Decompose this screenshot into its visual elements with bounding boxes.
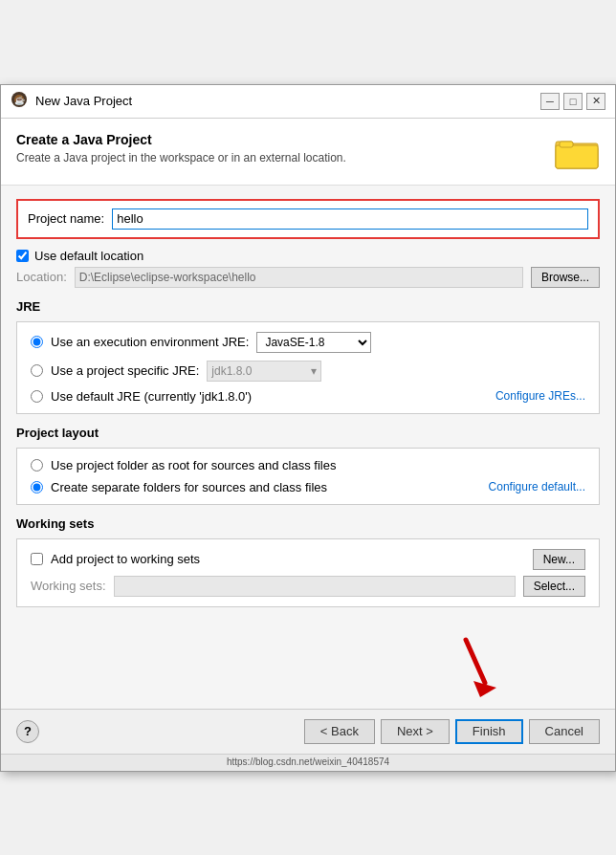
project-layout-box: Use project folder as root for sources a… bbox=[16, 448, 600, 505]
jre-default-radio[interactable] bbox=[31, 390, 43, 403]
finish-button[interactable]: Finish bbox=[455, 719, 523, 744]
title-bar: ☕ New Java Project ─ □ ✕ bbox=[1, 85, 615, 119]
new-java-project-dialog: ☕ New Java Project ─ □ ✕ Create a Java P… bbox=[0, 84, 616, 772]
spacer-area bbox=[16, 619, 600, 695]
jre-section-label: JRE bbox=[16, 299, 600, 314]
browse-button[interactable]: Browse... bbox=[531, 267, 600, 288]
jre-env-label[interactable]: Use an execution environment JRE: bbox=[51, 335, 249, 349]
project-name-input[interactable] bbox=[112, 208, 588, 230]
configure-default-link[interactable]: Configure default... bbox=[489, 480, 585, 493]
dialog-description: Create a Java project in the workspace o… bbox=[16, 151, 346, 164]
title-bar-icon: ☕ bbox=[11, 91, 28, 112]
layout-option1-row: Use project folder as root for sources a… bbox=[31, 458, 585, 472]
dialog-body: Project name: Use default location Locat… bbox=[1, 186, 615, 709]
new-working-set-button[interactable]: New... bbox=[533, 549, 585, 570]
jre-option1-content: Use an execution environment JRE: JavaSE… bbox=[31, 332, 585, 353]
jre-option2-row: Use a project specific JRE: jdk1.8.0 ▾ bbox=[31, 361, 585, 382]
jre-option1-row: Use an execution environment JRE: JavaSE… bbox=[31, 332, 585, 353]
svg-line-9 bbox=[466, 640, 485, 683]
minimize-button[interactable]: ─ bbox=[540, 93, 560, 110]
next-button[interactable]: Next > bbox=[381, 719, 450, 744]
footer-left: ? bbox=[16, 720, 39, 743]
jre-section: JRE Use an execution environment JRE: Ja… bbox=[16, 299, 600, 414]
layout-option2-with-link: Create separate folders for sources and … bbox=[31, 480, 585, 494]
footer-right: < Back Next > Finish Cancel bbox=[304, 719, 600, 744]
add-working-sets-row: Add project to working sets New... bbox=[31, 549, 585, 570]
working-sets-section-label: Working sets bbox=[16, 516, 600, 531]
layout-option2-row: Create separate folders for sources and … bbox=[31, 480, 585, 494]
jre-project-label[interactable]: Use a project specific JRE: bbox=[51, 363, 199, 378]
use-default-location-label[interactable]: Use default location bbox=[34, 249, 143, 263]
back-button[interactable]: < Back bbox=[304, 719, 375, 744]
jre-options-box: Use an execution environment JRE: JavaSE… bbox=[16, 321, 600, 414]
use-default-location-checkbox[interactable] bbox=[16, 250, 29, 262]
layout-root-radio[interactable] bbox=[31, 459, 43, 471]
working-sets-input-row: Working sets: Select... bbox=[31, 576, 585, 597]
title-bar-left: ☕ New Java Project bbox=[11, 91, 132, 112]
dialog-title: Create a Java Project bbox=[16, 132, 346, 147]
svg-text:☕: ☕ bbox=[14, 95, 26, 106]
working-sets-box: Add project to working sets New... Worki… bbox=[16, 538, 600, 607]
dialog-header: Create a Java Project Create a Java proj… bbox=[1, 119, 615, 186]
arrow-wrapper bbox=[447, 635, 504, 705]
jre-option3-row: Use default JRE (currently 'jdk1.8.0') C… bbox=[31, 389, 585, 404]
layout-src-label[interactable]: Create separate folders for sources and … bbox=[51, 480, 327, 494]
project-name-row: Project name: bbox=[28, 208, 588, 230]
layout-option2-content: Create separate folders for sources and … bbox=[31, 480, 489, 494]
svg-rect-6 bbox=[556, 145, 598, 168]
add-working-sets-label[interactable]: Add project to working sets bbox=[51, 552, 200, 566]
jre-project-radio[interactable] bbox=[31, 364, 43, 377]
header-text: Create a Java Project Create a Java proj… bbox=[16, 132, 346, 164]
working-sets-input[interactable] bbox=[114, 576, 516, 597]
project-name-section: Project name: bbox=[16, 199, 600, 239]
jre-default-label[interactable]: Use default JRE (currently 'jdk1.8.0') bbox=[51, 389, 252, 404]
jre-option3-with-link: Use default JRE (currently 'jdk1.8.0') C… bbox=[31, 389, 585, 404]
watermark: https://blog.csdn.net/weixin_40418574 bbox=[227, 756, 389, 767]
add-working-sets-checkbox[interactable] bbox=[31, 553, 43, 565]
project-layout-section: Project layout Use project folder as roo… bbox=[16, 426, 600, 505]
project-layout-label: Project layout bbox=[16, 426, 600, 440]
cancel-button[interactable]: Cancel bbox=[529, 719, 600, 744]
header-icon bbox=[554, 132, 600, 173]
title-bar-title: New Java Project bbox=[35, 94, 132, 108]
jre-option3-content: Use default JRE (currently 'jdk1.8.0') bbox=[31, 389, 495, 404]
jre-project-select-disabled: jdk1.8.0 ▾ bbox=[207, 361, 321, 382]
use-default-location-row: Use default location bbox=[16, 249, 600, 263]
jre-env-select[interactable]: JavaSE-1.8 bbox=[256, 332, 371, 353]
layout-root-label[interactable]: Use project folder as root for sources a… bbox=[51, 458, 336, 472]
maximize-button[interactable]: □ bbox=[563, 93, 583, 110]
working-sets-section: Working sets Add project to working sets… bbox=[16, 516, 600, 607]
red-arrow-icon bbox=[447, 635, 504, 702]
svg-rect-8 bbox=[560, 142, 573, 147]
location-row: Location: Browse... bbox=[16, 267, 600, 288]
title-bar-controls: ─ □ ✕ bbox=[540, 93, 605, 110]
jre-env-radio[interactable] bbox=[31, 336, 43, 348]
layout-src-radio[interactable] bbox=[31, 481, 43, 493]
close-button[interactable]: ✕ bbox=[586, 93, 605, 110]
jre-option1-with-link: Use an execution environment JRE: JavaSE… bbox=[31, 332, 585, 353]
project-name-label: Project name: bbox=[28, 211, 104, 226]
select-working-set-button[interactable]: Select... bbox=[523, 576, 585, 597]
configure-jres-link[interactable]: Configure JREs... bbox=[495, 389, 585, 403]
dialog-footer: ? < Back Next > Finish Cancel bbox=[1, 709, 615, 754]
help-button[interactable]: ? bbox=[16, 720, 39, 743]
location-input[interactable] bbox=[75, 267, 523, 288]
location-label: Location: bbox=[16, 270, 67, 284]
working-sets-label: Working sets: bbox=[31, 579, 106, 593]
